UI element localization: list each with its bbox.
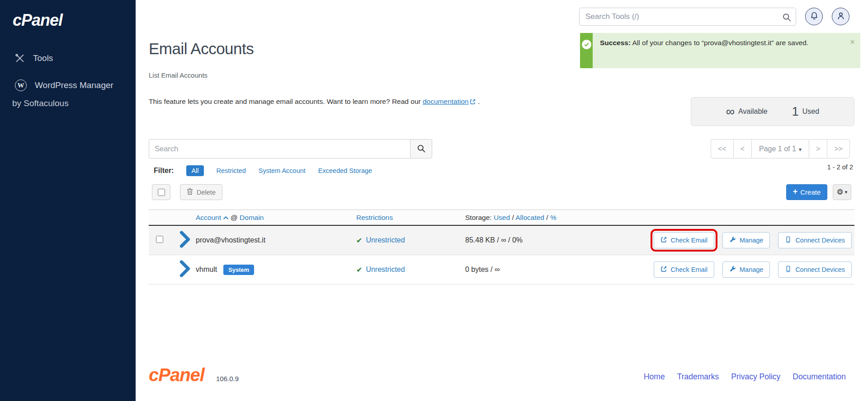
manage-button[interactable]: Manage <box>722 261 770 278</box>
wordpress-icon: W <box>15 79 27 91</box>
sort-account-link[interactable]: Account <box>196 214 221 221</box>
col-restrictions: Restrictions <box>356 214 465 222</box>
filter-label: Filter: <box>154 167 174 175</box>
col-account-domain: Account@ Domain <box>196 214 356 222</box>
account-email: vhmult <box>196 266 217 274</box>
col-storage: Storage: Used / Allocated / % <box>465 214 592 222</box>
sidebar-item-tools[interactable]: Tools <box>15 53 53 63</box>
table-row: vhmult System ✔ Unrestricted 0 bytes / ∞… <box>149 255 854 284</box>
email-accounts-table: Account@ Domain Restrictions Storage: Us… <box>149 210 854 284</box>
sort-domain-link[interactable]: Domain <box>240 214 264 221</box>
last-page-button[interactable]: >> <box>827 139 850 159</box>
connect-devices-button[interactable]: Connect Devices <box>778 261 852 278</box>
connect-devices-button[interactable]: Connect Devices <box>778 232 852 248</box>
page-description: This feature lets you create and manage … <box>149 98 480 106</box>
restriction-link[interactable]: Unrestricted <box>366 236 405 244</box>
first-page-button[interactable]: << <box>711 139 734 159</box>
footer-link-trademarks[interactable]: Trademarks <box>677 372 719 382</box>
search-icon <box>417 144 425 154</box>
footer-link-privacy-policy[interactable]: Privacy Policy <box>731 372 780 382</box>
list-search-input[interactable] <box>149 140 410 158</box>
pagination-range: 1 - 2 of 2 <box>711 163 853 171</box>
check-icon: ✔ <box>356 266 362 274</box>
success-check-icon <box>582 40 591 49</box>
list-search <box>149 139 410 159</box>
row-checkbox[interactable] <box>156 236 163 243</box>
documentation-link[interactable]: documentation <box>423 98 469 105</box>
system-badge: System <box>223 265 254 275</box>
select-all-button[interactable] <box>152 184 170 200</box>
user-icon <box>836 11 845 22</box>
pagination: << < Page 1 of 1▾ > >> <box>711 139 850 159</box>
plus-icon: + <box>793 187 798 196</box>
page-title: Email Accounts <box>149 40 254 58</box>
caret-down-icon: ▾ <box>799 146 802 153</box>
mobile-device-icon <box>785 266 792 274</box>
accounts-quota-box: ∞ Available 1 Used <box>691 97 854 126</box>
filter-restricted[interactable]: Restricted <box>217 167 246 174</box>
global-search <box>579 8 796 26</box>
available-stat: ∞ Available <box>726 105 768 119</box>
footer-link-documentation[interactable]: Documentation <box>793 372 846 382</box>
manage-button[interactable]: Manage <box>722 232 770 248</box>
account-email: prova@vhostingtest.it <box>196 236 265 244</box>
filter-exceeded-storage[interactable]: Exceeded Storage <box>318 167 372 174</box>
storage-usage: 85.48 KB / ∞ / 0% <box>465 236 592 244</box>
global-search-input[interactable] <box>580 8 796 25</box>
settings-dropdown-button[interactable]: ⚙ ▾ <box>833 184 851 200</box>
sidebar-item-label: Tools <box>33 53 53 63</box>
filter-system-account[interactable]: System Account <box>259 167 306 174</box>
table-header: Account@ Domain Restrictions Storage: Us… <box>149 210 854 226</box>
sidebar-item-wordpress-manager[interactable]: W WordPress Manager <box>15 79 113 91</box>
list-search-button[interactable] <box>410 139 432 159</box>
next-page-button[interactable]: > <box>809 139 827 159</box>
sidebar-subtext: by Softaculous <box>12 98 69 108</box>
page-subtitle: List Email Accounts <box>149 71 208 79</box>
storage-usage: 0 bytes / ∞ <box>465 266 592 274</box>
prev-page-button[interactable]: < <box>733 139 752 159</box>
user-menu-button[interactable] <box>832 8 849 25</box>
infinity-icon: ∞ <box>726 105 735 119</box>
caret-down-icon: ▾ <box>845 189 848 195</box>
check-email-button[interactable]: Check Email <box>654 261 714 278</box>
alert-stripe <box>580 33 593 68</box>
check-icon: ✔ <box>356 236 362 245</box>
mobile-device-icon <box>785 236 792 244</box>
footer-version: 106.0.9 <box>216 375 239 382</box>
page-select-button[interactable]: Page 1 of 1▾ <box>751 139 809 159</box>
alert-title: Success: <box>600 39 631 47</box>
sort-restrictions-link[interactable]: Restrictions <box>356 214 393 221</box>
wrench-icon <box>729 266 736 274</box>
chevron-right-icon[interactable] <box>174 244 196 252</box>
create-button[interactable]: + Create <box>786 184 827 200</box>
used-stat: 1 Used <box>792 105 819 119</box>
delete-button[interactable]: Delete <box>180 184 222 200</box>
cpanel-logo: cPanel <box>13 11 62 30</box>
notifications-button[interactable] <box>805 8 823 25</box>
gear-icon: ⚙ <box>837 188 844 196</box>
sort-asc-icon <box>223 214 229 218</box>
filter-all[interactable]: All <box>186 165 203 176</box>
tools-icon <box>15 53 25 63</box>
row-checkbox-cell <box>149 236 174 245</box>
sidebar-item-label: WordPress Manager <box>35 80 113 90</box>
footer-links: Home Trademarks Privacy Policy Documenta… <box>644 372 846 382</box>
chevron-right-icon[interactable] <box>174 273 196 281</box>
footer-cpanel-logo: cPanel <box>149 365 204 385</box>
external-link-icon <box>660 266 667 274</box>
external-link-icon <box>470 98 476 105</box>
bell-icon <box>810 11 819 22</box>
footer-link-home[interactable]: Home <box>644 372 665 382</box>
search-icon <box>782 13 791 22</box>
sort-allocated-link[interactable]: Allocated <box>515 214 544 221</box>
check-email-button[interactable]: Check Email <box>654 232 714 248</box>
sort-percent-link[interactable]: % <box>550 214 557 221</box>
external-link-icon <box>660 236 667 244</box>
close-icon[interactable]: × <box>850 37 855 46</box>
sort-used-link[interactable]: Used <box>494 214 510 221</box>
trash-icon <box>187 188 193 196</box>
select-all-checkbox[interactable] <box>158 189 165 196</box>
restriction-link[interactable]: Unrestricted <box>366 266 405 274</box>
filter-bar: Filter: All Restricted System Account Ex… <box>154 165 372 176</box>
table-row: prova@vhostingtest.it ✔ Unrestricted 85.… <box>149 226 854 255</box>
